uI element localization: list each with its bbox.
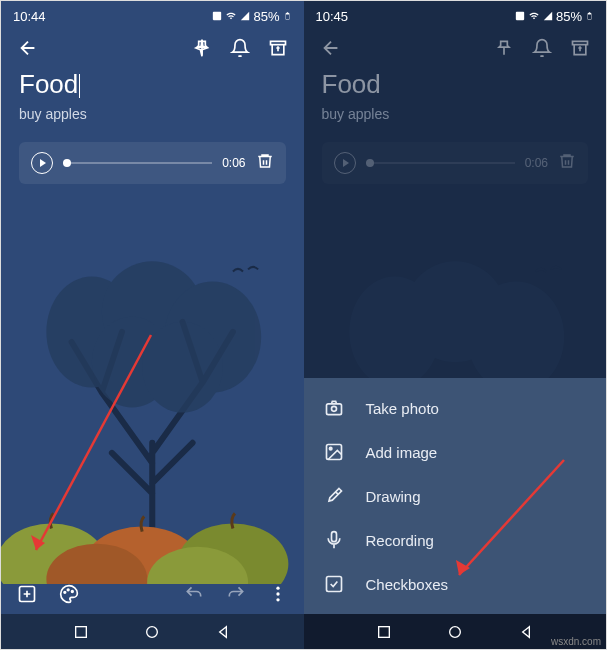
menu-label: Take photo: [366, 400, 439, 417]
menu-label: Add image: [366, 444, 438, 461]
audio-track[interactable]: [63, 162, 212, 164]
nav-back[interactable]: [215, 624, 231, 640]
svg-rect-35: [326, 577, 341, 592]
battery-pct: 85%: [556, 9, 582, 24]
pin-button[interactable]: [494, 38, 514, 58]
archive-button[interactable]: [570, 38, 590, 58]
svg-point-21: [276, 598, 279, 601]
top-toolbar: [304, 27, 607, 69]
nav-home[interactable]: [144, 624, 160, 640]
archive-button[interactable]: [268, 38, 288, 58]
battery-icon: [585, 9, 594, 23]
svg-point-20: [276, 592, 279, 595]
audio-player: 0:06: [19, 142, 286, 184]
svg-point-31: [331, 406, 336, 411]
annotation-arrow: [444, 450, 574, 590]
menu-button[interactable]: [268, 584, 288, 604]
svg-point-19: [276, 587, 279, 590]
svg-rect-2: [270, 41, 285, 44]
note-title: Food: [322, 69, 589, 100]
svg-line-36: [459, 460, 564, 575]
battery-icon: [283, 9, 292, 23]
nav-recents[interactable]: [73, 624, 89, 640]
svg-rect-22: [76, 626, 87, 637]
svg-rect-25: [588, 15, 591, 20]
note-body: buy apples: [322, 106, 589, 122]
svg-line-13: [36, 335, 151, 550]
svg-rect-30: [326, 404, 341, 415]
nav-back[interactable]: [518, 624, 534, 640]
svg-rect-0: [213, 12, 221, 20]
svg-rect-26: [573, 41, 588, 44]
svg-point-18: [72, 591, 74, 593]
checkbox-icon: [324, 574, 344, 594]
mic-icon: [324, 530, 344, 550]
svg-point-33: [329, 447, 332, 450]
reminder-button[interactable]: [230, 38, 250, 58]
status-icons: [515, 11, 553, 21]
menu-take-photo[interactable]: Take photo: [304, 386, 607, 430]
clock: 10:44: [13, 9, 46, 24]
svg-rect-24: [516, 12, 524, 20]
play-button: [334, 152, 356, 174]
audio-duration: 0:06: [525, 156, 548, 170]
svg-point-16: [64, 592, 66, 594]
audio-track: [366, 162, 515, 164]
svg-point-23: [147, 626, 158, 637]
svg-rect-38: [378, 626, 389, 637]
status-icons: [212, 11, 250, 21]
watermark: wsxdn.com: [551, 636, 601, 647]
pin-button[interactable]: [192, 38, 212, 58]
back-button[interactable]: [17, 37, 39, 59]
system-nav-bar: [1, 614, 304, 649]
text-cursor: [79, 74, 80, 98]
svg-rect-1: [286, 15, 289, 20]
svg-point-29: [467, 282, 564, 393]
audio-player: 0:06: [322, 142, 589, 184]
camera-icon: [324, 398, 344, 418]
note-body[interactable]: buy apples: [19, 106, 286, 122]
nav-recents[interactable]: [376, 624, 392, 640]
menu-label: Checkboxes: [366, 576, 449, 593]
svg-point-39: [449, 626, 460, 637]
add-button[interactable]: [17, 584, 37, 604]
reminder-button[interactable]: [532, 38, 552, 58]
battery-pct: 85%: [253, 9, 279, 24]
undo-button[interactable]: [184, 584, 204, 604]
delete-audio-button: [558, 152, 576, 174]
menu-label: Recording: [366, 532, 434, 549]
clock: 10:45: [316, 9, 349, 24]
top-toolbar: [1, 27, 304, 69]
svg-rect-34: [331, 532, 336, 542]
status-bar: 10:44 85%: [1, 1, 304, 27]
palette-button[interactable]: [59, 584, 79, 604]
svg-marker-37: [456, 560, 470, 575]
nav-home[interactable]: [447, 624, 463, 640]
note-title[interactable]: Food: [19, 69, 286, 100]
brush-icon: [324, 486, 344, 506]
audio-duration: 0:06: [222, 156, 245, 170]
play-button[interactable]: [31, 152, 53, 174]
status-bar: 10:45 85%: [304, 1, 607, 27]
menu-label: Drawing: [366, 488, 421, 505]
bottom-toolbar: [1, 574, 304, 614]
image-icon: [324, 442, 344, 462]
annotation-arrow: [21, 325, 161, 565]
delete-audio-button[interactable]: [256, 152, 274, 174]
redo-button[interactable]: [226, 584, 246, 604]
back-button[interactable]: [320, 37, 342, 59]
svg-point-17: [67, 589, 69, 591]
